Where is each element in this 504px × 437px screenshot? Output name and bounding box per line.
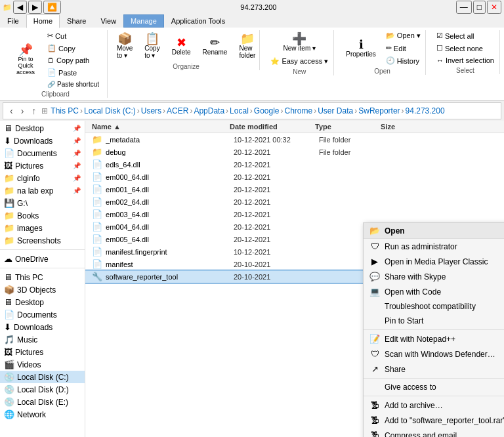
sidebar-item-network[interactable]: 🌐 Network (0, 408, 85, 421)
open-header-icon: 📂 (369, 226, 381, 236)
sidebar-item-g-drive[interactable]: 💾 G:\ (0, 197, 85, 209)
sidebar-item-downloads2[interactable]: ⬇ Downloads (0, 321, 85, 333)
close-btn[interactable]: ✕ (487, 1, 501, 14)
col-header-type[interactable]: Type (315, 123, 381, 131)
nav-forward-btn[interactable]: › (18, 104, 27, 117)
table-row[interactable]: 📁 _metadata 10-12-2021 00:32 File folder (85, 133, 504, 146)
breadcrumb-users[interactable]: Users (141, 106, 161, 115)
sidebar-item-books[interactable]: 📁 Books (0, 209, 85, 222)
ctx-share[interactable]: ↗ Share › (364, 362, 504, 377)
sidebar-item-this-pc[interactable]: 🖥 This PC (0, 271, 85, 283)
move-to-btn[interactable]: 📦 Moveto ▾ (112, 30, 137, 62)
minimize-btn[interactable]: — (456, 1, 472, 14)
ctx-troubleshoot-compat[interactable]: Troubleshoot compatibility (364, 299, 504, 314)
history-btn[interactable]: 🕘 History (383, 55, 423, 66)
new-item-btn[interactable]: ➕ New item ▾ (279, 30, 320, 54)
sidebar-item-downloads[interactable]: ⬇ Downloads 📌 (0, 135, 85, 147)
select-none-btn[interactable]: ☐ Select none (434, 43, 497, 54)
nav-up-btn[interactable]: ↑ (29, 104, 39, 117)
sidebar-item-pictures[interactable]: 🖼 Pictures 📌 (0, 159, 85, 172)
sidebar-item-desktop2[interactable]: 🖥 Desktop (0, 296, 85, 308)
breadcrumb-acer[interactable]: ACER (167, 106, 188, 115)
ctx-add-rar[interactable]: 🗜 Add to "software_reporter_tool.rar" (364, 413, 504, 428)
col-header-date[interactable]: Date modified (230, 123, 315, 131)
sidebar-item-documents[interactable]: 📄 Documents 📌 (0, 147, 85, 159)
table-row[interactable]: 📄 em000_64.dll 20-12-2021 (85, 171, 504, 183)
tab-application-tools[interactable]: Application Tools (164, 14, 232, 28)
ctx-open-header[interactable]: 📂 Open (364, 223, 504, 239)
sidebar-item-pictures2[interactable]: 🖼 Pictures (0, 346, 85, 358)
ctx-edit-notepad[interactable]: 📝 Edit with Notepad++ (364, 331, 504, 346)
easy-access-btn[interactable]: ⭐ Easy access ▾ (268, 56, 331, 67)
paste-shortcut-btn[interactable]: 🔗 Paste shortcut (45, 79, 102, 89)
rename-btn[interactable]: ✏ Rename (198, 34, 232, 58)
ctx-scan-defender[interactable]: 🛡 Scan with Windows Defender… (364, 346, 504, 362)
nav-back-btn[interactable]: ‹ (7, 104, 16, 117)
table-row[interactable]: 📄 em003_64.dll 20-12-2021 (85, 208, 504, 220)
clipboard-label: Clipboard (41, 91, 70, 98)
ctx-open-vscode[interactable]: 💻 Open with Code (364, 284, 504, 299)
sidebar-item-3d-objects[interactable]: 📦 3D Objects (0, 283, 85, 296)
col-header-size[interactable]: Size (381, 123, 433, 131)
delete-btn[interactable]: ✖ Delete (167, 34, 196, 58)
ctx-add-archive[interactable]: 🗜 Add to archive… (364, 398, 504, 413)
copy-path-btn[interactable]: 🗒 Copy path (45, 55, 102, 66)
select-all-btn[interactable]: ☑ Select all (434, 30, 497, 41)
ctx-compress-email[interactable]: 🗜 Compress and email… (364, 428, 504, 437)
copy-btn[interactable]: 📋 Copy (45, 43, 102, 54)
ctx-give-access[interactable]: Give access to › (364, 380, 504, 394)
sidebar-item-music[interactable]: 🎵 Music (0, 333, 85, 346)
new-folder-btn[interactable]: 📁 Newfolder (234, 30, 260, 62)
ctx-share-skype[interactable]: 💬 Share with Skype (364, 269, 504, 284)
breadcrumb-local[interactable]: Local (230, 106, 249, 115)
paste-icon: 📄 (47, 68, 56, 77)
table-row[interactable]: 📄 em001_64.dll 20-12-2021 (85, 183, 504, 196)
sidebar-item-local-disk-e[interactable]: 💿 Local Disk (E:) (0, 396, 85, 408)
sidebar-item-clginfo[interactable]: 📁 clginfo 📌 (0, 172, 85, 184)
breadcrumb-this-pc[interactable]: This PC (51, 106, 79, 115)
sidebar-item-images[interactable]: 📁 images (0, 222, 85, 234)
ctx-open-media-player[interactable]: ▶ Open in Media Player Classic (364, 254, 504, 269)
table-row[interactable]: 📄 em002_64.dll 20-12-2021 (85, 196, 504, 208)
tab-view[interactable]: View (93, 14, 123, 28)
edit-btn[interactable]: ✏ Edit (383, 43, 423, 54)
breadcrumb-local-disk-c[interactable]: Local Disk (C:) (84, 106, 136, 115)
sidebar-item-local-disk-d[interactable]: 💿 Local Disk (D:) (0, 383, 85, 396)
sidebar-item-na-lab-exp[interactable]: 📁 na lab exp 📌 (0, 184, 85, 197)
cut-btn[interactable]: ✂ Cut (45, 30, 102, 41)
up-quick-btn[interactable]: 🔼 (43, 1, 61, 14)
sidebar-item-local-disk-c[interactable]: 💿 Local Disk (C:) (0, 371, 85, 383)
maximize-btn[interactable]: □ (473, 1, 486, 14)
sidebar-item-screenshots[interactable]: 📁 Screenshots (0, 234, 85, 247)
back-quick-btn[interactable]: ◀ (13, 1, 27, 14)
sidebar-item-onedrive[interactable]: ☁ OneDrive (0, 253, 85, 265)
sidebar-item-videos[interactable]: 🎬 Videos (0, 358, 85, 371)
breadcrumb-swreporter[interactable]: SwReporter (358, 106, 400, 115)
defender-icon: 🛡 (369, 349, 381, 359)
pin-to-quick-btn[interactable]: 📌 Pin to Quickaccess (9, 41, 42, 78)
tab-file[interactable]: File (0, 14, 26, 28)
sidebar-item-documents2[interactable]: 📄 Documents (0, 308, 85, 321)
forward-quick-btn[interactable]: ▶ (28, 1, 42, 14)
sidebar-item-desktop[interactable]: 🖥 Desktop 📌 (0, 122, 85, 135)
paste-btn[interactable]: 📄 Paste (45, 67, 102, 78)
copy-to-btn[interactable]: 📋 Copyto ▾ (140, 30, 164, 62)
ctx-pin-to-start[interactable]: Pin to Start (364, 314, 504, 328)
tab-share[interactable]: Share (60, 14, 93, 28)
tab-manage[interactable]: Manage (123, 14, 164, 28)
ctx-run-as-admin[interactable]: 🛡 Run as administrator (364, 239, 504, 254)
breadcrumb-version[interactable]: 94.273.200 (406, 106, 445, 115)
table-row[interactable]: 📄 edls_64.dll 20-12-2021 (85, 158, 504, 171)
breadcrumb-user-data[interactable]: User Data (318, 106, 353, 115)
table-row[interactable]: 📁 debug 20-12-2021 File folder (85, 146, 504, 158)
breadcrumb-chrome[interactable]: Chrome (285, 106, 313, 115)
properties-btn[interactable]: ℹ Properties (341, 36, 381, 60)
col-header-name[interactable]: Name ▲ (85, 123, 230, 131)
breadcrumb-google[interactable]: Google (254, 106, 280, 115)
open-actions: ℹ Properties 📂 Open ▾ ✏ Edit 🕘 History (341, 30, 423, 66)
tab-home[interactable]: Home (26, 14, 60, 28)
run-admin-icon: 🛡 (369, 241, 381, 251)
breadcrumb-appdata[interactable]: AppData (194, 106, 224, 115)
open-btn[interactable]: 📂 Open ▾ (383, 30, 423, 41)
invert-selection-btn[interactable]: ↔ Invert selection (434, 55, 497, 66)
